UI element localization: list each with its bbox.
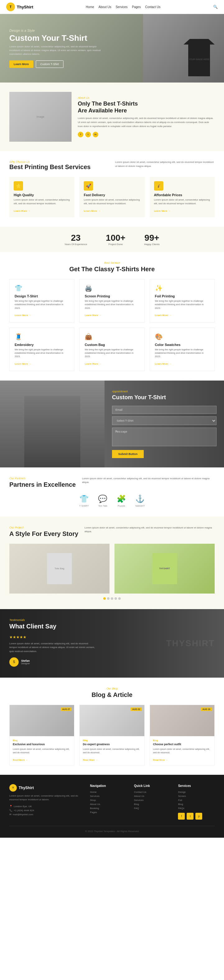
footer-service-screen[interactable]: Screen	[178, 795, 214, 797]
footer-quick-blog[interactable]: Blog	[134, 803, 171, 806]
nav-contact[interactable]: Contact Us	[145, 5, 160, 9]
service-learn-more-2[interactable]: Learn More →	[155, 314, 172, 317]
hero-subtitle: Design is a Style	[10, 29, 103, 32]
logo[interactable]: T ThyShirt	[6, 3, 33, 11]
service-title-3: Embroidery	[14, 343, 69, 347]
service-title-4: Custom Bag	[85, 343, 139, 347]
feature-high-quality: ⭐ High Quality Lorem ipsum dolor sit ame…	[10, 177, 75, 217]
project-title: A Style For Every Story	[10, 530, 78, 538]
footer-service-foil[interactable]: Foil	[178, 799, 214, 802]
footer: T ThyShirt Lorem ipsum dolor sit amet, c…	[0, 775, 224, 838]
footer-facebook-icon[interactable]: f	[178, 813, 185, 819]
about-section: Image About Us Only The Best T-Shirts Ar…	[0, 83, 224, 151]
delivery-icon: 🚀	[84, 181, 93, 191]
nav-services[interactable]: Services	[116, 5, 127, 9]
service-desc-2: We bring the right people together to ch…	[155, 299, 210, 310]
nav-home[interactable]: Home	[86, 5, 94, 9]
read-more-1[interactable]: Read More →	[83, 759, 98, 761]
project-image-0: Tote Bag	[10, 544, 110, 593]
partner-icon-0: 👕	[79, 495, 89, 503]
service-learn-more-3[interactable]: Learn More →	[14, 363, 31, 365]
read-more-0[interactable]: Read More →	[13, 759, 28, 761]
stat-label-0: Years Of Experience	[64, 243, 87, 246]
partner-icon-3: ⚓	[135, 495, 145, 503]
services-header: Best Service Get The Classy T-Shirts Her…	[10, 261, 214, 273]
blog-category-0: Blog	[13, 739, 71, 741]
appointment-image	[0, 380, 105, 468]
stat-number-2: 99+	[144, 233, 160, 243]
dot-2[interactable]	[111, 597, 113, 600]
nav-pages[interactable]: Pages	[132, 5, 141, 9]
dot-1[interactable]	[107, 597, 110, 600]
project-header: Our Project A Style For Every Story Lore…	[10, 526, 214, 538]
blog-category-1: Blog	[83, 739, 141, 741]
email-field[interactable]	[112, 406, 216, 414]
hero-buttons: Learn More Custom T-Shirt	[10, 60, 103, 68]
twitter-icon[interactable]: t	[85, 132, 91, 137]
blog-header: Our Blog Blog & Article	[10, 687, 214, 698]
footer-nav-booking[interactable]: Booking	[90, 807, 127, 810]
read-more-2[interactable]: Read More →	[153, 759, 168, 761]
dot-0[interactable]	[103, 597, 106, 600]
submit-button[interactable]: Submit Button	[112, 450, 144, 458]
footer-service-design[interactable]: Design	[178, 791, 214, 794]
hero-description: Lorem ipsum dolor sit amet, consectetur …	[10, 45, 103, 56]
footer-quick-about[interactable]: About Us	[134, 795, 171, 797]
footer-nav-pages[interactable]: Pages	[90, 811, 127, 814]
learn-more-button[interactable]: Learn More	[10, 60, 33, 68]
appointment-form: Select T-Shirt Basic T-Shirt Premium T-S…	[112, 406, 216, 458]
footer-pinterest-icon[interactable]: p	[195, 813, 202, 819]
linkedin-icon[interactable]: in	[93, 132, 98, 137]
footer-quick-faq[interactable]: FAQ	[134, 807, 171, 810]
blog-excerpt-2: Lorem ipsum dolor sit amet, consectetur …	[153, 748, 211, 754]
dot-3[interactable]	[114, 597, 117, 600]
footer-quick-services[interactable]: Services	[134, 799, 171, 802]
blog-section: Our Blog Blog & Article AUG 27 Blog Excl…	[0, 678, 224, 775]
blog-body-0: Blog Exclusive and luxurious Lorem ipsum…	[10, 736, 74, 765]
feature-learn-more-1[interactable]: Learn More →	[84, 210, 100, 212]
project-image-1: THYSHIRT	[114, 544, 214, 593]
partners-logos: 👕 T SHIRT 💬 Ten Talk 🧩 Puzzle ⚓ NAIGHT	[10, 495, 214, 507]
blog-post-0: AUG 27 Blog Exclusive and luxurious Lore…	[10, 705, 75, 765]
feature-learn-more-2[interactable]: Learn More →	[154, 210, 170, 212]
project-left: Our Project A Style For Every Story	[10, 526, 78, 538]
service-learn-more-5[interactable]: Learn More →	[155, 363, 172, 365]
custom-tshirt-button[interactable]: Custom T-Shirt	[36, 60, 64, 68]
footer-services-heading: Services	[178, 784, 214, 788]
why-header: Why Choose Us Best Printing Best Service…	[10, 161, 214, 171]
service-learn-more-0[interactable]: Learn More →	[14, 314, 31, 317]
feature-affordable: 💰 Affordable Prices Lorem ipsum dolor si…	[149, 177, 214, 217]
footer-nav-home[interactable]: Home	[90, 791, 127, 794]
brand-watermark: THYSHIRT	[166, 638, 214, 648]
why-tag: Why Choose Us	[10, 161, 109, 164]
nav-about[interactable]: About Us	[98, 5, 111, 9]
service-learn-more-4[interactable]: Learn More →	[85, 363, 101, 365]
testimonials-section: Testimonials What Client Say ★★★★★ Lorem…	[0, 609, 224, 678]
feature-learn-more-0[interactable]: Learn More →	[14, 210, 30, 212]
footer-twitter-icon[interactable]: t	[187, 813, 194, 819]
footer-service-blog[interactable]: Blog	[178, 803, 214, 806]
dot-4[interactable]	[118, 597, 121, 600]
feature-desc-1: Lorem ipsum dolor sit amet, consectetur …	[84, 198, 140, 205]
service-desc-0: We bring the right people together to ch…	[14, 299, 69, 310]
blog-body-1: Blog Do expert greatness Lorem ipsum dol…	[79, 736, 144, 765]
search-icon[interactable]: 🔍	[213, 5, 218, 9]
partner-naight: ⚓ NAIGHT	[135, 495, 145, 507]
author-name: Stefan	[21, 659, 30, 662]
footer-nav-about[interactable]: About Us	[90, 803, 127, 806]
stat-projects: 100+ Project Done	[106, 233, 126, 246]
footer-quick-contact[interactable]: Contact Us	[134, 791, 171, 794]
message-field[interactable]	[112, 428, 216, 446]
footer-logo: T ThyShirt	[10, 784, 83, 792]
partner-name-2: Puzzle	[118, 504, 125, 507]
blog-post-1: AUG 22 Blog Do expert greatness Lorem ip…	[79, 705, 145, 765]
service-desc-1: We bring the right people together to ch…	[85, 299, 139, 310]
social-icons: f t in	[78, 132, 214, 137]
service-learn-more-1[interactable]: Learn More →	[85, 314, 101, 317]
facebook-icon[interactable]: f	[78, 132, 83, 137]
footer-nav-shop[interactable]: Shop	[90, 799, 127, 802]
footer-nav-services[interactable]: Services	[90, 795, 127, 797]
partners-tag: Our Partners	[10, 477, 76, 480]
tshirt-select[interactable]: Select T-Shirt Basic T-Shirt Premium T-S…	[112, 416, 216, 425]
footer-service-faq[interactable]: FAQs	[178, 807, 214, 810]
